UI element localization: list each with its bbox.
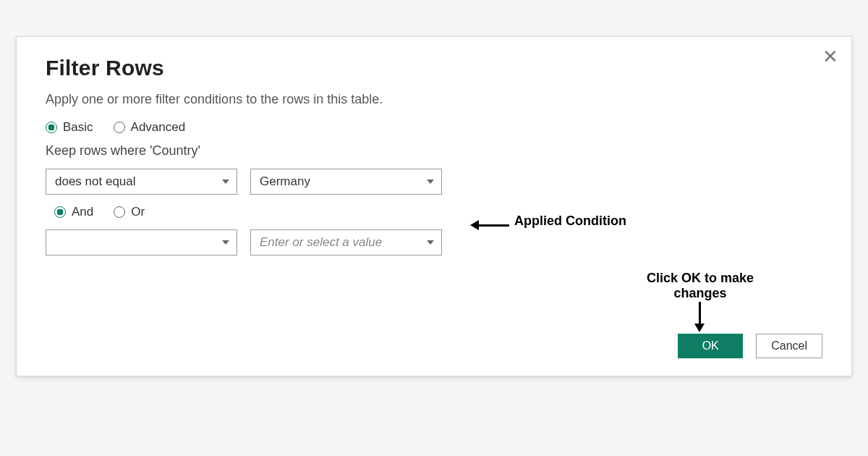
dialog-button-bar: OK Cancel [678,334,822,358]
radio-advanced-label: Advanced [131,120,186,135]
value-select-1[interactable]: Germany [250,169,442,195]
close-icon[interactable]: ✕ [822,47,838,66]
logic-radio-group: And Or [54,205,822,219]
radio-basic-label: Basic [63,120,93,135]
radio-or[interactable]: Or [114,205,145,219]
radio-or-label: Or [131,205,145,219]
radio-basic[interactable]: Basic [46,120,93,135]
keep-rows-label: Keep rows where 'Country' [46,143,822,159]
chevron-down-icon [427,180,434,184]
ok-button[interactable]: OK [678,334,743,358]
dialog-subtitle: Apply one or more filter conditions to t… [46,92,822,107]
radio-dot-icon [54,206,66,218]
annotation-applied-condition: Applied Condition [514,214,626,229]
operator-select-1-value: does not equal [55,174,136,189]
value-select-2-placeholder: Enter or select a value [260,235,382,250]
radio-and[interactable]: And [54,205,93,219]
arrow-left-icon [470,220,509,230]
condition-row-2: Enter or select a value [46,229,822,256]
dialog-title: Filter Rows [46,56,822,80]
radio-dot-icon [114,206,125,218]
arrow-down-icon [694,302,705,332]
operator-select-2[interactable] [46,229,237,256]
cancel-button[interactable]: Cancel [756,334,822,358]
condition-row-1: does not equal Germany [46,169,822,195]
radio-dot-icon [46,122,57,133]
chevron-down-icon [222,180,229,184]
value-select-2[interactable]: Enter or select a value [250,229,442,256]
annotation-ok-note: Click OK to make changes [624,271,776,301]
chevron-down-icon [427,240,434,245]
radio-dot-icon [114,122,125,133]
filter-rows-dialog: ✕ Filter Rows Apply one or more filter c… [16,36,852,376]
value-select-1-value: Germany [260,174,310,189]
radio-advanced[interactable]: Advanced [114,120,186,135]
chevron-down-icon [222,240,229,245]
radio-and-label: And [72,205,93,219]
mode-radio-group: Basic Advanced [46,120,822,135]
operator-select-1[interactable]: does not equal [46,169,237,195]
